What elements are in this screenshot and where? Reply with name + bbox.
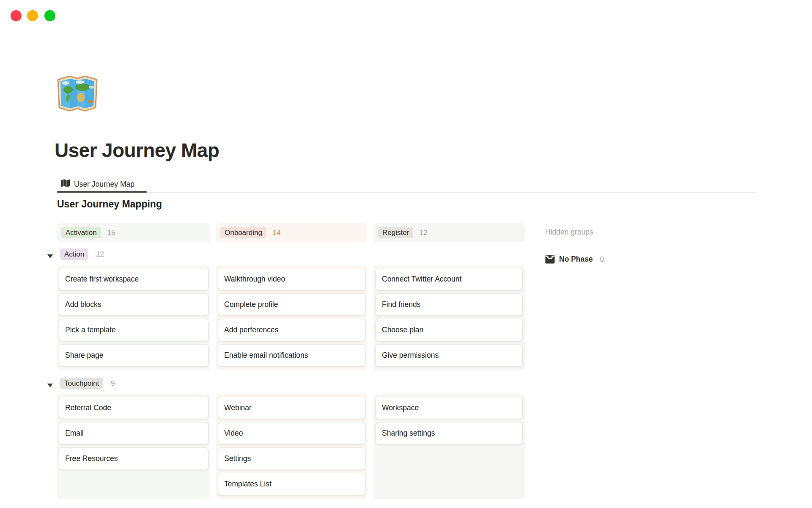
- triangle-down-icon[interactable]: [47, 252, 53, 256]
- triangle-down-icon[interactable]: [47, 381, 53, 385]
- card[interactable]: Add blocks: [59, 293, 208, 316]
- card[interactable]: Referral Code: [59, 397, 208, 419]
- card[interactable]: Workspace: [376, 397, 523, 419]
- card[interactable]: Enable email notifications: [218, 344, 365, 367]
- card[interactable]: Email: [59, 422, 208, 444]
- page-title[interactable]: User Journey Map: [55, 139, 219, 162]
- group-count-touchpoint: 9: [111, 379, 115, 387]
- card[interactable]: Walkthrough video: [218, 268, 365, 290]
- window-zoom-button[interactable]: [44, 10, 55, 21]
- group-pill-touchpoint[interactable]: Touchpoint: [60, 378, 103, 389]
- world-map-icon[interactable]: [55, 73, 99, 113]
- card[interactable]: Add perferences: [218, 319, 365, 341]
- view-title: User Journey Mapping: [57, 199, 162, 210]
- window-close-button[interactable]: [11, 10, 22, 21]
- column-header-register: Register 12: [373, 223, 525, 242]
- card[interactable]: Share page: [59, 344, 208, 367]
- tab-user-journey-map[interactable]: User Journey Map: [60, 177, 134, 191]
- tab-label: User Journey Map: [74, 180, 134, 189]
- hidden-group-name: No Phase: [559, 255, 593, 264]
- card[interactable]: Connect Twitter Account: [376, 268, 523, 290]
- card[interactable]: Settings: [218, 447, 365, 470]
- inbox-icon: [545, 255, 555, 264]
- card[interactable]: Find friends: [376, 293, 523, 316]
- group-header-action[interactable]: Action 12: [47, 248, 104, 260]
- card[interactable]: Create first workspace: [59, 268, 208, 290]
- tab-bar-divider: [57, 192, 756, 193]
- hidden-groups-label: Hidden groups: [545, 228, 593, 237]
- card[interactable]: Free Resources: [59, 447, 208, 470]
- card[interactable]: Give permissions: [376, 344, 523, 367]
- card[interactable]: Templates List: [218, 473, 365, 495]
- hidden-group-count: 0: [600, 255, 604, 263]
- column-pill-activation[interactable]: Activation: [61, 227, 101, 238]
- card[interactable]: Webinar: [218, 397, 365, 419]
- group-header-touchpoint[interactable]: Touchpoint 9: [47, 378, 115, 389]
- column-count-activation: 15: [107, 229, 115, 237]
- column-count-register: 12: [420, 229, 427, 237]
- card[interactable]: Video: [218, 422, 365, 444]
- card[interactable]: Complete profile: [218, 293, 365, 316]
- group-pill-action[interactable]: Action: [60, 248, 88, 260]
- column-pill-onboarding[interactable]: Onboarding: [220, 227, 266, 238]
- column-header-activation: Activation 15: [57, 223, 210, 242]
- card[interactable]: Sharing settings: [376, 422, 523, 444]
- group-count-action: 12: [96, 250, 104, 258]
- window-minimize-button[interactable]: [27, 10, 38, 21]
- column-count-onboarding: 14: [273, 229, 280, 237]
- board-view-icon: [60, 179, 70, 190]
- hidden-group-no-phase[interactable]: No Phase 0: [545, 255, 604, 264]
- card[interactable]: Pick a template: [59, 319, 208, 341]
- column-header-onboarding: Onboarding 14: [216, 223, 367, 242]
- active-tab-underline: [57, 191, 147, 193]
- column-pill-register[interactable]: Register: [378, 227, 413, 238]
- card[interactable]: Choose plan: [376, 319, 523, 341]
